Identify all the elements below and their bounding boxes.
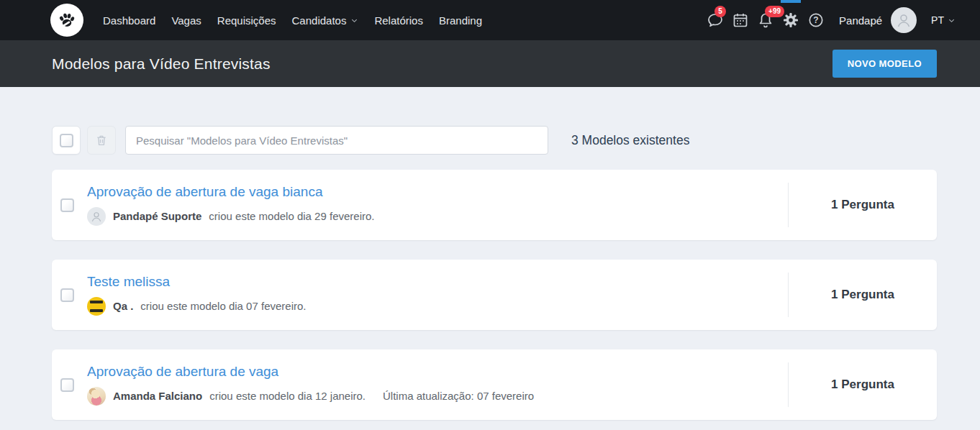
model-info: Teste melissa Qa . criou este modelo dia… [87, 274, 788, 316]
model-checkbox[interactable] [60, 288, 74, 302]
calendar-button[interactable] [732, 12, 749, 29]
nav-item-label: Relatórios [374, 14, 423, 27]
created-text: criou este modelo dia 29 fevereiro. [209, 210, 374, 222]
new-model-button[interactable]: NOVO MODELO [832, 50, 937, 78]
nav-item-label: Branding [439, 14, 482, 27]
author-name: Pandapé Suporte [113, 210, 201, 222]
help-button[interactable]: ? [807, 12, 825, 29]
model-card: Aprovação de abertura de vaga Amanda Fal… [52, 349, 937, 420]
model-info: Aprovação de abertura de vaga Amanda Fal… [87, 364, 788, 406]
author-avatar [87, 387, 106, 406]
nav-item-dashboard[interactable]: Dashboard [95, 8, 163, 33]
nav-item-vagas[interactable]: Vagas [163, 8, 209, 33]
created-text: criou este modelo dia 07 fevereiro. [140, 300, 306, 312]
model-card: Teste melissa Qa . criou este modelo dia… [52, 260, 937, 330]
model-meta: Amanda Falciano criou este modelo dia 12… [87, 387, 788, 406]
model-title-link[interactable]: Aprovação de abertura de vaga bianca [87, 184, 322, 201]
model-title-link[interactable]: Aprovação de abertura de vaga [87, 364, 278, 380]
svg-text:?: ? [813, 15, 818, 25]
models-count: 3 Modelos existentes [571, 133, 689, 148]
updated-text: Última atualização: 07 fevereiro [383, 390, 534, 402]
model-checkbox[interactable] [60, 378, 74, 392]
nav-item-requisicoes[interactable]: Requisições [209, 8, 284, 33]
top-navbar: Dashboard Vagas Requisições Candidatos R… [0, 0, 980, 40]
trash-icon [95, 134, 108, 147]
author-avatar [87, 207, 106, 226]
nav-item-candidatos[interactable]: Candidatos [284, 8, 367, 33]
nav-item-label: Vagas [171, 14, 201, 27]
nav-item-label: Candidatos [292, 14, 347, 27]
gear-icon [782, 12, 799, 29]
person-icon [90, 210, 103, 223]
author-avatar [87, 297, 106, 316]
author-name: Amanda Falciano [113, 390, 202, 402]
select-all-checkbox[interactable] [60, 134, 73, 147]
messages-badge: 5 [714, 6, 726, 17]
calendar-icon [732, 12, 749, 29]
question-count: 1 Pergunta [789, 378, 937, 392]
created-text: criou este modelo dia 12 janeiro. [209, 390, 366, 402]
question-count: 1 Pergunta [789, 288, 937, 302]
model-title-link[interactable]: Teste melissa [87, 274, 170, 291]
paw-icon [56, 9, 78, 31]
messages-button[interactable]: 5 [707, 12, 724, 29]
page-title: Modelos para Vídeo Entrevistas [52, 55, 271, 73]
notifications-badge: +99 [765, 6, 784, 17]
settings-button[interactable] [782, 12, 799, 29]
content-area: 3 Modelos existentes Aprovação de abertu… [0, 87, 980, 420]
language-label: PT [931, 14, 944, 26]
chevron-down-icon [948, 17, 956, 24]
list-toolbar: 3 Modelos existentes [52, 126, 937, 155]
author-name: Qa . [113, 300, 133, 312]
select-all-checkbox-wrap[interactable] [52, 126, 81, 155]
model-card: Aprovação de abertura de vaga bianca Pan… [52, 170, 937, 240]
search-input[interactable] [125, 126, 548, 155]
model-checkbox[interactable] [60, 198, 74, 212]
help-icon: ? [807, 12, 825, 29]
nav-item-branding[interactable]: Branding [431, 8, 490, 33]
page-header: Modelos para Vídeo Entrevistas NOVO MODE… [0, 40, 980, 87]
model-meta: Qa . criou este modelo dia 07 fevereiro. [87, 297, 788, 316]
delete-selected-button[interactable] [87, 126, 116, 155]
user-avatar[interactable] [891, 7, 917, 33]
main-menu: Dashboard Vagas Requisições Candidatos R… [95, 8, 490, 33]
nav-item-label: Requisições [217, 14, 276, 27]
language-selector[interactable]: PT [931, 14, 956, 26]
model-meta: Pandapé Suporte criou este modelo dia 29… [87, 207, 788, 226]
notifications-button[interactable]: +99 [757, 12, 774, 29]
navbar-right-cluster: 5 +99 [699, 7, 956, 33]
model-info: Aprovação de abertura de vaga bianca Pan… [87, 184, 788, 226]
account-name[interactable]: Pandapé [839, 14, 882, 27]
question-count: 1 Pergunta [789, 198, 937, 212]
app-logo[interactable] [50, 4, 83, 37]
nav-item-label: Dashboard [103, 14, 155, 27]
person-icon [895, 12, 912, 29]
chevron-down-icon [350, 17, 358, 24]
nav-item-relatorios[interactable]: Relatórios [366, 8, 431, 33]
